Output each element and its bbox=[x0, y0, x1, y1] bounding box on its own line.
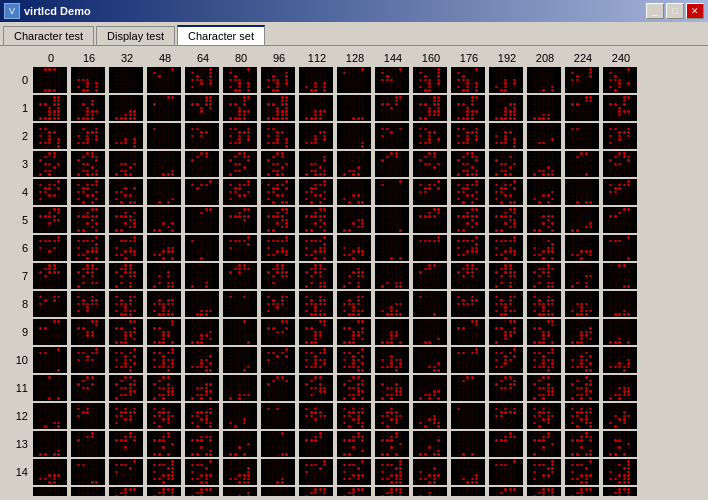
char-cell-122 bbox=[299, 347, 333, 373]
char-cell-110 bbox=[261, 459, 295, 485]
char-cell-125 bbox=[299, 431, 333, 457]
char-cell-32 bbox=[109, 67, 143, 93]
char-cell-177 bbox=[451, 95, 485, 121]
tab-display-test[interactable]: Display test bbox=[96, 26, 175, 45]
char-cell-174 bbox=[413, 459, 447, 485]
char-cell-108 bbox=[261, 403, 295, 429]
char-cell-208 bbox=[527, 67, 561, 93]
char-cell-181 bbox=[451, 207, 485, 233]
char-cell-207 bbox=[489, 487, 523, 496]
char-cell-145 bbox=[375, 95, 409, 121]
char-cell-114 bbox=[299, 123, 333, 149]
char-cell-48 bbox=[147, 67, 181, 93]
char-cell-223 bbox=[527, 487, 561, 496]
char-cell-132 bbox=[337, 179, 371, 205]
char-cell-75 bbox=[185, 375, 219, 401]
char-cell-169 bbox=[413, 319, 447, 345]
tab-character-test[interactable]: Character test bbox=[3, 26, 94, 45]
char-cell-33 bbox=[109, 95, 143, 121]
char-cell-117 bbox=[299, 207, 333, 233]
char-cell-200 bbox=[489, 291, 523, 317]
char-cell-211 bbox=[527, 151, 561, 177]
char-cell-31 bbox=[71, 487, 105, 496]
char-cell-164 bbox=[413, 179, 447, 205]
maximize-button[interactable]: □ bbox=[666, 3, 684, 19]
char-cell-12 bbox=[33, 403, 67, 429]
char-cell-17 bbox=[71, 95, 105, 121]
char-cell-249 bbox=[603, 319, 637, 345]
char-cell-92 bbox=[223, 403, 257, 429]
char-cell-19 bbox=[71, 151, 105, 177]
char-cell-229 bbox=[565, 207, 599, 233]
char-cell-24 bbox=[71, 291, 105, 317]
char-cell-38 bbox=[109, 235, 143, 261]
char-cell-22 bbox=[71, 235, 105, 261]
char-cell-133 bbox=[337, 207, 371, 233]
char-cell-111 bbox=[261, 487, 295, 496]
char-cell-105 bbox=[261, 319, 295, 345]
char-cell-238 bbox=[565, 459, 599, 485]
char-cell-172 bbox=[413, 403, 447, 429]
char-cell-99 bbox=[261, 151, 295, 177]
char-cell-50 bbox=[147, 123, 181, 149]
char-cell-34 bbox=[109, 123, 143, 149]
char-cell-9 bbox=[33, 319, 67, 345]
char-cell-144 bbox=[375, 67, 409, 93]
char-cell-82 bbox=[223, 123, 257, 149]
char-cell-44 bbox=[109, 403, 143, 429]
title-bar: V virtlcd Demo _ □ ✕ bbox=[0, 0, 708, 22]
char-cell-182 bbox=[451, 235, 485, 261]
char-cell-221 bbox=[527, 431, 561, 457]
col-header-224: 224 bbox=[564, 50, 602, 66]
char-cell-245 bbox=[603, 207, 637, 233]
char-cell-83 bbox=[223, 151, 257, 177]
char-cell-61 bbox=[147, 431, 181, 457]
char-cell-46 bbox=[109, 459, 143, 485]
char-cell-5 bbox=[33, 207, 67, 233]
row-label-14: 14 bbox=[4, 458, 32, 486]
char-cell-213 bbox=[527, 207, 561, 233]
tab-character-set[interactable]: Character set bbox=[177, 25, 265, 45]
row-label-15: 15 bbox=[4, 486, 32, 496]
char-cell-251 bbox=[603, 375, 637, 401]
char-cell-80 bbox=[223, 67, 257, 93]
char-cell-160 bbox=[413, 67, 447, 93]
char-cell-37 bbox=[109, 207, 143, 233]
char-cell-178 bbox=[451, 123, 485, 149]
main-content: 0163248648096112128144160176192208224240… bbox=[0, 46, 708, 496]
col-header-112: 112 bbox=[298, 50, 336, 66]
close-button[interactable]: ✕ bbox=[686, 3, 704, 19]
char-cell-49 bbox=[147, 95, 181, 121]
char-cell-4 bbox=[33, 179, 67, 205]
char-cell-214 bbox=[527, 235, 561, 261]
minimize-button[interactable]: _ bbox=[646, 3, 664, 19]
char-cell-131 bbox=[337, 151, 371, 177]
char-cell-115 bbox=[299, 151, 333, 177]
char-cell-227 bbox=[565, 151, 599, 177]
char-cell-106 bbox=[261, 347, 295, 373]
char-cell-222 bbox=[527, 459, 561, 485]
char-cell-77 bbox=[185, 431, 219, 457]
char-cell-107 bbox=[261, 375, 295, 401]
char-cell-97 bbox=[261, 95, 295, 121]
row-label-8: 8 bbox=[4, 290, 32, 318]
char-cell-246 bbox=[603, 235, 637, 261]
char-cell-112 bbox=[299, 67, 333, 93]
char-cell-55 bbox=[147, 263, 181, 289]
col-header-128: 128 bbox=[336, 50, 374, 66]
char-cell-173 bbox=[413, 431, 447, 457]
char-cell-64 bbox=[185, 67, 219, 93]
char-cell-176 bbox=[451, 67, 485, 93]
char-cell-124 bbox=[299, 403, 333, 429]
char-cell-204 bbox=[489, 403, 523, 429]
char-cell-162 bbox=[413, 123, 447, 149]
char-cell-93 bbox=[223, 431, 257, 457]
char-cell-91 bbox=[223, 375, 257, 401]
char-cell-69 bbox=[185, 207, 219, 233]
col-header-16: 16 bbox=[70, 50, 108, 66]
col-header-208: 208 bbox=[526, 50, 564, 66]
char-cell-194 bbox=[489, 123, 523, 149]
char-cell-41 bbox=[109, 319, 143, 345]
char-cell-73 bbox=[185, 319, 219, 345]
title-bar-left: V virtlcd Demo bbox=[4, 3, 91, 19]
